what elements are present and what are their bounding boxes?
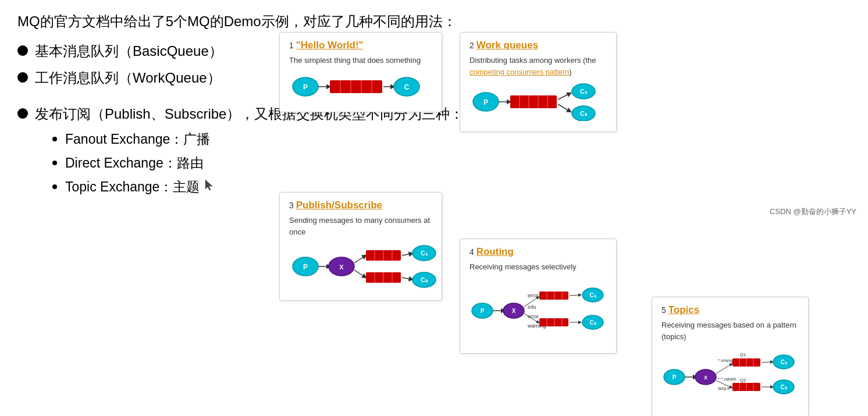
svg-text:C₁: C₁ <box>780 359 787 365</box>
svg-text:C₁: C₁ <box>589 292 596 298</box>
svg-text:C₂: C₂ <box>780 384 787 390</box>
svg-line-21 <box>558 104 570 111</box>
card2-desc: Distributing tasks among workers (the co… <box>469 55 607 77</box>
svg-text:*.*.rabbit: *.*.rabbit <box>718 376 736 382</box>
card-topics: 5 Topics Receiving messages based on a p… <box>652 297 809 416</box>
card4-desc: Receiving messages selectively <box>469 261 607 273</box>
sub-dot-2 <box>52 161 57 165</box>
svg-rect-15 <box>510 95 557 108</box>
svg-text:C₁: C₁ <box>580 88 588 95</box>
watermark: CSDN @勤奋的小狮子YY <box>770 207 856 217</box>
card3-diagram: P X <box>289 243 432 293</box>
svg-text:P: P <box>483 98 488 106</box>
sub-item-1: Fanout Exchange：广播 <box>52 130 215 148</box>
card4-number: 4 Routing <box>469 246 607 258</box>
card-publish-subscribe: 3 Publish/Subscribe Sending messages to … <box>279 192 442 301</box>
svg-text:lazy.#: lazy.# <box>718 386 730 391</box>
card4-title-link[interactable]: Routing <box>476 246 514 257</box>
svg-text:P: P <box>303 83 308 91</box>
card5-number: 5 Topics <box>661 304 799 316</box>
svg-line-32 <box>354 270 365 277</box>
bullet-item-3: 发布订阅（Publish、Subscribe），又根据交换机类型不同分为三种： … <box>17 105 851 202</box>
svg-text:C₂: C₂ <box>589 319 596 326</box>
svg-text:C₂: C₂ <box>421 276 428 283</box>
card-work-queues: 2 Work queues Distributing tasks among w… <box>460 32 617 132</box>
svg-text:C: C <box>404 83 410 91</box>
bullet-dot-1 <box>17 45 28 56</box>
svg-text:error: error <box>528 293 539 298</box>
competing-consumers-link[interactable]: competing consumers pattern <box>469 67 569 76</box>
svg-text:info: info <box>528 304 536 310</box>
card4-diagram: P X error info error warning <box>469 279 607 346</box>
card2-number: 2 Work queues <box>469 40 607 51</box>
sub-text-2: Direct Exchange：路由 <box>65 154 204 172</box>
svg-line-80 <box>716 364 731 374</box>
svg-text:C₂: C₂ <box>580 110 588 117</box>
svg-line-92 <box>762 362 772 362</box>
card5-diagram: P X *.orange.* *.*.rabbit lazy.# <box>661 348 799 410</box>
main-content: MQ的官方文档中给出了5个MQ的Demo示例，对应了几种不同的用法： 基本消息队… <box>0 0 868 222</box>
card1-number: 1 "Hello World!" <box>289 40 432 51</box>
svg-text:P: P <box>303 263 308 271</box>
svg-rect-4 <box>330 80 382 93</box>
card5-title-link[interactable]: Topics <box>668 304 700 315</box>
page-title: MQ的官方文档中给出了5个MQ的Demo示例，对应了几种不同的用法： <box>17 12 851 31</box>
svg-text:P: P <box>673 374 677 381</box>
svg-line-41 <box>402 254 411 255</box>
cursor-icon <box>204 179 215 195</box>
svg-line-42 <box>402 278 411 279</box>
card2-title-link[interactable]: Work queues <box>476 40 538 51</box>
card1-diagram: P C <box>289 72 432 105</box>
svg-text:C₁: C₁ <box>421 250 428 257</box>
svg-line-66 <box>570 295 580 296</box>
sub-text-3: Topic Exchange：主题 <box>65 178 200 196</box>
card3-number: 3 Publish/Subscribe <box>289 200 432 211</box>
bullet-text-1: 基本消息队列（BasicQueue） <box>35 42 223 61</box>
svg-marker-0 <box>205 180 212 190</box>
svg-text:Q1: Q1 <box>740 352 746 357</box>
card-routing: 4 Routing Receiving messages selectively… <box>460 239 617 354</box>
sub-text-1: Fanout Exchange：广播 <box>65 130 210 148</box>
sub-dot-3 <box>52 184 57 189</box>
sub-item-3: Topic Exchange：主题 <box>52 178 215 196</box>
svg-line-31 <box>354 256 365 263</box>
card3-desc: Sending messages to many consumers at on… <box>289 215 432 237</box>
card2-diagram: P C₁ <box>469 83 607 125</box>
svg-rect-62 <box>539 318 568 326</box>
svg-text:Q2: Q2 <box>740 378 746 383</box>
svg-text:P: P <box>481 308 485 314</box>
card1-desc: The simplest thing that does something <box>289 55 432 66</box>
card1-title-link[interactable]: "Hello World!" <box>296 40 364 51</box>
sub-list: Fanout Exchange：广播 Direct Exchange：路由 To… <box>52 130 215 202</box>
svg-rect-58 <box>539 291 568 300</box>
svg-text:X: X <box>339 264 344 271</box>
card-hello-world: 1 "Hello World!" The simplest thing that… <box>279 32 442 112</box>
bullet-dot-2 <box>17 72 28 83</box>
card5-desc: Receiving messages based on a pattern (t… <box>661 319 799 342</box>
svg-text:X: X <box>704 375 707 381</box>
svg-text:X: X <box>512 308 516 314</box>
sub-dot-1 <box>52 137 57 141</box>
card3-title-link[interactable]: Publish/Subscribe <box>296 200 382 211</box>
bullet-dot-3 <box>17 108 28 119</box>
svg-line-20 <box>558 94 570 99</box>
sub-item-2: Direct Exchange：路由 <box>52 154 215 172</box>
bullet-text-2: 工作消息队列（WorkQueue） <box>35 69 221 87</box>
